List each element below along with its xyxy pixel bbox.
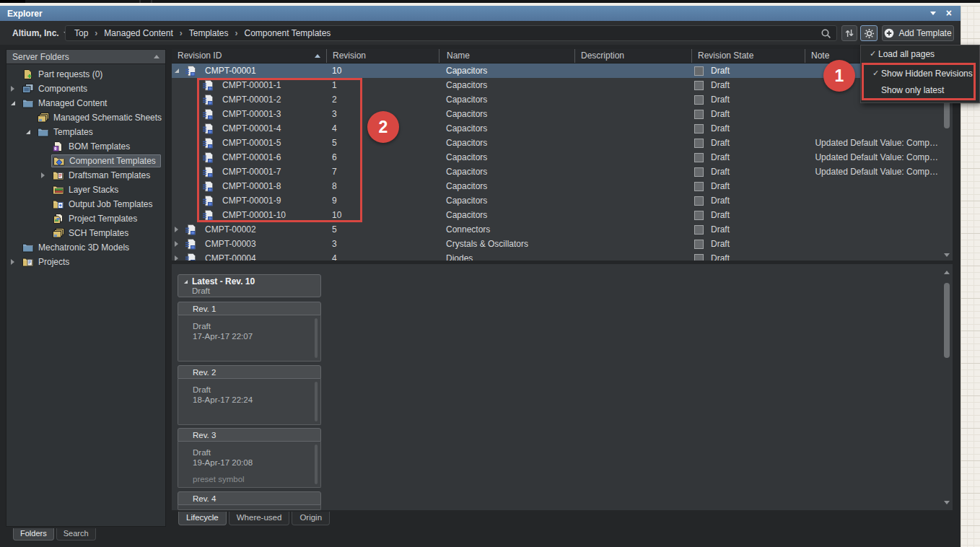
sidebar-item[interactable]: Managed Schematic Sheets <box>6 110 165 125</box>
breadcrumb-item[interactable]: Top <box>74 28 88 38</box>
column-header[interactable]: Revision State <box>691 49 805 63</box>
tab-origin[interactable]: Origin <box>292 512 330 525</box>
sidebar-item[interactable]: Component Templates <box>6 154 165 168</box>
sidebar-tab-bar: FoldersSearch <box>13 528 96 541</box>
scroll-up-icon[interactable] <box>944 271 950 274</box>
lifecycle-scrollbar[interactable] <box>941 267 953 508</box>
panel-menu-icon[interactable] <box>930 12 936 15</box>
state-checkbox[interactable] <box>694 225 704 235</box>
card-title[interactable]: Rev. 3 <box>178 428 321 442</box>
column-header[interactable]: Revision <box>326 49 439 63</box>
description-cell <box>574 78 691 92</box>
state-checkbox[interactable] <box>694 196 704 206</box>
revision-doc-icon <box>185 66 197 76</box>
card-state: Draft <box>193 385 313 395</box>
state-checkbox[interactable] <box>694 95 704 105</box>
explorer-panel-screen: Explorer × Altium, Inc. Top›Managed Cont… <box>0 0 980 547</box>
menu-item[interactable]: Show only latest <box>864 82 974 98</box>
state-checkbox[interactable] <box>694 139 704 148</box>
name-label: Capacitors <box>446 109 487 119</box>
close-icon[interactable]: × <box>946 6 952 21</box>
sidebar-item-label: Part requests (0) <box>38 69 102 79</box>
sidebar-item[interactable]: Templates <box>6 125 165 139</box>
revision-card: Rev. 2Draft18-Apr-17 22:24 <box>178 365 321 425</box>
sidebar-item[interactable]: Output Job Templates <box>6 197 165 211</box>
state-checkbox[interactable] <box>694 124 704 134</box>
tree-expanded-icon[interactable] <box>26 130 30 134</box>
projects-icon <box>22 257 35 267</box>
search-icon[interactable] <box>821 28 832 43</box>
breadcrumb-item[interactable]: Managed Content <box>104 28 172 38</box>
revision-state-cell: Draft <box>691 121 805 136</box>
project-templates-icon <box>53 214 65 224</box>
tree-collapsed-icon[interactable] <box>41 172 45 178</box>
tree-expanded-icon[interactable] <box>11 101 15 105</box>
state-label: Draft <box>711 167 730 177</box>
table-row[interactable]: CMPT-000033Crystals & OscillatorsDraft <box>172 237 953 251</box>
name-cell: Capacitors <box>439 64 574 78</box>
annotation-callout-1: 1 <box>823 60 855 92</box>
sidebar-item[interactable]: BOM Templates <box>6 139 165 154</box>
menu-item[interactable]: ✓Show Hidden Revisions <box>864 65 974 82</box>
state-checkbox[interactable] <box>694 240 704 249</box>
add-template-button[interactable]: Add Template <box>882 25 954 41</box>
name-label: Capacitors <box>446 196 487 206</box>
tree-collapsed-icon[interactable] <box>11 259 14 265</box>
tab-lifecycle[interactable]: Lifecycle <box>178 512 227 525</box>
toolbar: Altium, Inc. Top›Managed Content›Templat… <box>0 21 961 45</box>
sidebar-item[interactable]: Managed Content <box>6 96 165 110</box>
tree-expanded-icon[interactable] <box>175 69 179 73</box>
sidebar-item-label: SCH Templates <box>69 228 128 238</box>
state-label: Draft <box>711 224 730 235</box>
menu-item[interactable]: ✓Load all pages <box>861 45 979 62</box>
sidebar-item[interactable]: Components <box>6 82 165 96</box>
name-cell: Capacitors <box>439 208 574 222</box>
tab-search[interactable]: Search <box>56 528 96 541</box>
tree-collapsed-icon[interactable] <box>175 241 178 247</box>
org-selector[interactable]: Altium, Inc. <box>12 28 69 38</box>
sidebar-item[interactable]: Mechatronic 3D Models <box>6 240 165 255</box>
settings-gear-button[interactable] <box>860 25 878 41</box>
breadcrumb-item[interactable]: Templates <box>189 28 229 38</box>
tree-collapsed-icon[interactable] <box>11 86 14 92</box>
column-header[interactable]: Revision ID <box>172 49 326 63</box>
card-expanded-icon[interactable] <box>184 280 188 284</box>
lifecycle-tab-bar: LifecycleWhere-usedOrigin <box>178 512 330 525</box>
refresh-button[interactable] <box>841 25 857 41</box>
tab-where-used[interactable]: Where-used <box>229 512 290 525</box>
sidebar-item[interactable]: Project Templates <box>6 211 165 226</box>
sidebar-item[interactable]: Projects <box>6 255 165 269</box>
state-checkbox[interactable] <box>694 182 704 191</box>
server-folders-header[interactable]: Server Folders <box>6 50 165 64</box>
column-header[interactable]: Description <box>574 49 691 63</box>
breadcrumb-item[interactable]: Component Templates <box>244 28 331 38</box>
name-label: Capacitors <box>446 152 487 162</box>
state-checkbox[interactable] <box>694 110 704 119</box>
tree-collapsed-icon[interactable] <box>175 255 178 261</box>
state-checkbox[interactable] <box>694 254 704 261</box>
table-row[interactable]: CMPT-000025ConnectorsDraft <box>172 222 953 237</box>
scroll-down-icon[interactable] <box>944 253 950 257</box>
tree-collapsed-icon[interactable] <box>175 227 178 232</box>
table-row[interactable]: CMPT-000044DiodesDraft <box>172 251 953 261</box>
org-selector-label: Altium, Inc. <box>12 28 59 38</box>
scroll-thumb[interactable] <box>944 283 950 358</box>
sidebar-item[interactable]: SCH Templates <box>6 226 165 240</box>
state-checkbox[interactable] <box>694 81 704 90</box>
card-title[interactable]: Rev. 2 <box>178 365 321 379</box>
sidebar-item[interactable]: Layer Stacks <box>6 183 165 197</box>
description-cell <box>574 64 691 78</box>
state-checkbox[interactable] <box>694 66 704 76</box>
scroll-down-icon[interactable] <box>944 501 950 504</box>
state-checkbox[interactable] <box>694 211 704 220</box>
card-title[interactable]: Rev. 4 <box>178 491 321 505</box>
revision-state-cell: Draft <box>691 193 805 208</box>
card-title[interactable]: Rev. 1 <box>178 302 321 315</box>
tab-folders[interactable]: Folders <box>13 528 54 541</box>
revision-state-cell: Draft <box>691 136 805 150</box>
state-checkbox[interactable] <box>694 167 704 177</box>
sidebar-item[interactable]: Part requests (0) <box>6 67 165 82</box>
sidebar-item[interactable]: Draftsman Templates <box>6 168 165 183</box>
state-checkbox[interactable] <box>694 153 704 162</box>
column-header[interactable]: Name <box>439 49 574 63</box>
